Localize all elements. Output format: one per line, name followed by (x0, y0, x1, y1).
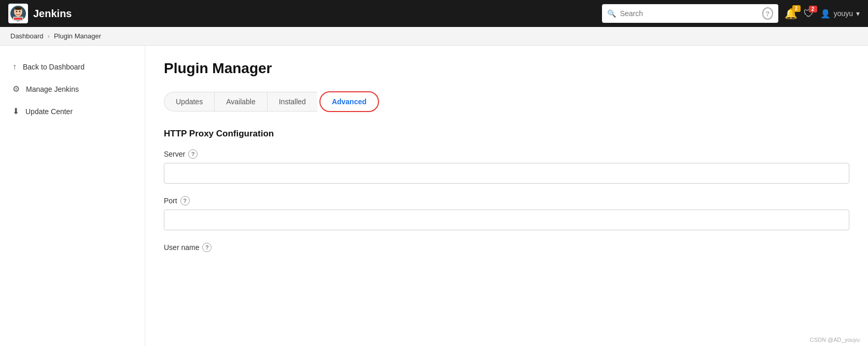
sidebar-label-update: Update Center (25, 107, 73, 116)
tabs-row: Updates Available Installed Advanced (164, 91, 849, 112)
notifications-button[interactable]: 🔔 2 (785, 7, 797, 20)
search-help-icon[interactable]: ? (762, 7, 773, 20)
sidebar-item-back-dashboard[interactable]: ↑ Back to Dashboard (0, 56, 145, 78)
user-icon: 👤 (820, 9, 831, 19)
search-box: 🔍 ? (602, 4, 778, 23)
server-help-icon[interactable]: ? (188, 149, 198, 159)
sidebar-item-manage-jenkins[interactable]: ⚙ Manage Jenkins (0, 78, 145, 100)
top-nav: Jenkins 🔍 ? 🔔 2 🛡 2 👤 youyu ▾ (0, 0, 868, 27)
svg-point-2 (16, 11, 18, 12)
breadcrumb-dashboard[interactable]: Dashboard (10, 32, 44, 40)
form-group-port: Port ? (164, 196, 849, 230)
section-title: HTTP Proxy Configuration (164, 129, 849, 139)
arrow-up-icon: ↑ (12, 62, 17, 72)
nav-right: 🔔 2 🛡 2 👤 youyu ▾ (785, 7, 860, 20)
search-icon: 🔍 (607, 9, 616, 18)
main-layout: ↑ Back to Dashboard ⚙ Manage Jenkins ⬇ U… (0, 46, 868, 346)
form-group-username: User name ? (164, 243, 849, 252)
search-input[interactable] (620, 9, 758, 18)
username-help-icon[interactable]: ? (202, 243, 212, 252)
security-button[interactable]: 🛡 2 (804, 8, 814, 20)
username-label-text: User name (164, 243, 199, 252)
tab-updates[interactable]: Updates (164, 92, 214, 112)
server-label-text: Server (164, 150, 185, 158)
svg-point-3 (19, 11, 21, 12)
tab-installed[interactable]: Installed (267, 92, 317, 112)
server-input[interactable] (164, 163, 849, 184)
breadcrumb: Dashboard › Plugin Manager (0, 27, 868, 46)
breadcrumb-separator: › (48, 32, 50, 40)
sidebar-label-back: Back to Dashboard (23, 63, 85, 71)
app-logo: Jenkins (8, 4, 72, 23)
username-label-row: User name ? (164, 243, 849, 252)
security-badge: 2 (809, 6, 817, 12)
port-label-text: Port (164, 197, 177, 205)
port-input[interactable] (164, 210, 849, 230)
app-name: Jenkins (33, 8, 72, 20)
gear-icon: ⚙ (12, 84, 20, 94)
sidebar-label-manage: Manage Jenkins (26, 85, 79, 93)
breadcrumb-current: Plugin Manager (54, 32, 101, 40)
content-area: Plugin Manager Updates Available Install… (145, 46, 868, 346)
svg-rect-6 (14, 18, 22, 20)
page-title: Plugin Manager (164, 60, 849, 77)
sidebar: ↑ Back to Dashboard ⚙ Manage Jenkins ⬇ U… (0, 46, 145, 346)
download-icon: ⬇ (12, 106, 19, 116)
server-label: Server ? (164, 149, 849, 159)
jenkins-svg (10, 5, 26, 22)
footer-note: CSDN @AD_youyu (810, 337, 860, 343)
port-label: Port ? (164, 196, 849, 205)
form-group-server: Server ? (164, 149, 849, 184)
tab-advanced[interactable]: Advanced (319, 91, 379, 112)
chevron-down-icon: ▾ (856, 9, 860, 18)
sidebar-item-update-center[interactable]: ⬇ Update Center (0, 100, 145, 122)
notifications-badge: 2 (792, 5, 801, 12)
user-menu[interactable]: 👤 youyu ▾ (820, 9, 860, 19)
port-help-icon[interactable]: ? (180, 196, 190, 205)
username-label: youyu (834, 9, 853, 18)
tab-available[interactable]: Available (214, 92, 267, 112)
jenkins-avatar (8, 4, 28, 23)
